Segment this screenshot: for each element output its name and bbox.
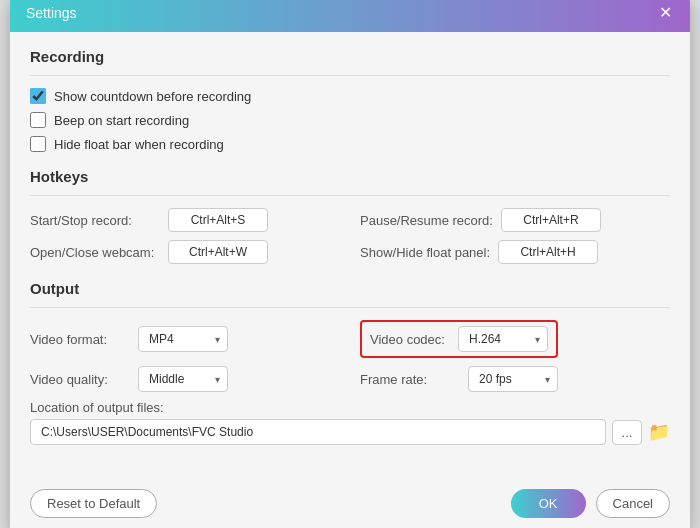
hotkey-row-2: Open/Close webcam: [30, 240, 340, 264]
video-quality-label: Video quality: [30, 372, 130, 387]
content-area: Recording Show countdown before recordin… [10, 32, 690, 477]
checkbox-hide-float-bar[interactable] [30, 136, 46, 152]
hotkey-row-1: Pause/Resume record: [360, 208, 670, 232]
checkbox-show-countdown[interactable] [30, 88, 46, 104]
hotkeys-grid: Start/Stop record: Pause/Resume record: … [30, 208, 670, 264]
checkbox-label-0: Show countdown before recording [54, 89, 251, 104]
location-input-row: ... 📁 [30, 419, 670, 445]
video-format-label: Video format: [30, 332, 130, 347]
checkbox-row-2: Hide float bar when recording [30, 136, 670, 152]
frame-rate-select-wrapper: 15 fps 20 fps 25 fps 30 fps 60 fps ▾ [468, 366, 558, 392]
video-format-select-wrapper: MP4 MOV AVI GIF MP3 AAC ▾ [138, 326, 228, 352]
ok-button[interactable]: OK [511, 489, 586, 518]
footer: Reset to Default OK Cancel [10, 477, 690, 528]
hotkey-row-3: Show/Hide float panel: [360, 240, 670, 264]
hotkey-label-0: Start/Stop record: [30, 213, 160, 228]
frame-rate-select[interactable]: 15 fps 20 fps 25 fps 30 fps 60 fps [468, 366, 558, 392]
video-codec-box: Video codec: H.264 H.265 MPEG-4 ▾ [360, 320, 558, 358]
location-label: Location of output files: [30, 400, 670, 415]
hotkey-input-webcam[interactable] [168, 240, 268, 264]
output-divider [30, 307, 670, 308]
frame-rate-label: Frame rate: [360, 372, 460, 387]
folder-button[interactable]: 📁 [648, 421, 670, 443]
hotkey-input-pause-resume[interactable] [501, 208, 601, 232]
video-quality-select[interactable]: Low Middle High [138, 366, 228, 392]
location-row: Location of output files: ... 📁 [30, 400, 670, 445]
recording-section-title: Recording [30, 48, 670, 65]
hotkeys-section-title: Hotkeys [30, 168, 670, 185]
hotkey-label-1: Pause/Resume record: [360, 213, 493, 228]
output-section-title: Output [30, 280, 670, 297]
close-button[interactable]: ✕ [656, 4, 674, 22]
video-format-row: Video format: MP4 MOV AVI GIF MP3 AAC ▾ [30, 320, 340, 358]
location-input[interactable] [30, 419, 606, 445]
video-codec-select[interactable]: H.264 H.265 MPEG-4 [458, 326, 548, 352]
hotkey-input-float-panel[interactable] [498, 240, 598, 264]
dialog-title: Settings [26, 5, 77, 21]
checkbox-row-1: Beep on start recording [30, 112, 670, 128]
video-quality-select-wrapper: Low Middle High ▾ [138, 366, 228, 392]
cancel-button[interactable]: Cancel [596, 489, 670, 518]
video-codec-select-wrapper: H.264 H.265 MPEG-4 ▾ [458, 326, 548, 352]
checkbox-row-0: Show countdown before recording [30, 88, 670, 104]
video-quality-row: Video quality: Low Middle High ▾ [30, 366, 340, 392]
hotkeys-divider [30, 195, 670, 196]
hotkey-label-3: Show/Hide float panel: [360, 245, 490, 260]
video-format-select[interactable]: MP4 MOV AVI GIF MP3 AAC [138, 326, 228, 352]
hotkey-row-0: Start/Stop record: [30, 208, 340, 232]
output-section: Output Video format: MP4 MOV AVI GIF MP3… [30, 280, 670, 445]
dots-button[interactable]: ... [612, 420, 642, 445]
hotkey-label-2: Open/Close webcam: [30, 245, 160, 260]
title-bar: Settings ✕ [10, 0, 690, 32]
reset-to-default-button[interactable]: Reset to Default [30, 489, 157, 518]
hotkey-input-start-stop[interactable] [168, 208, 268, 232]
hotkeys-section: Hotkeys Start/Stop record: Pause/Resume … [30, 168, 670, 264]
checkbox-label-1: Beep on start recording [54, 113, 189, 128]
video-codec-row: Video codec: H.264 H.265 MPEG-4 ▾ [360, 320, 670, 358]
video-codec-label: Video codec: [370, 332, 450, 347]
recording-divider [30, 75, 670, 76]
recording-section: Recording Show countdown before recordin… [30, 48, 670, 152]
frame-rate-row: Frame rate: 15 fps 20 fps 25 fps 30 fps … [360, 366, 670, 392]
checkbox-label-2: Hide float bar when recording [54, 137, 224, 152]
footer-right-buttons: OK Cancel [511, 489, 670, 518]
output-grid-row1: Video format: MP4 MOV AVI GIF MP3 AAC ▾ [30, 320, 670, 392]
settings-dialog: Settings ✕ Recording Show countdown befo… [10, 0, 690, 528]
checkbox-beep-on-start[interactable] [30, 112, 46, 128]
